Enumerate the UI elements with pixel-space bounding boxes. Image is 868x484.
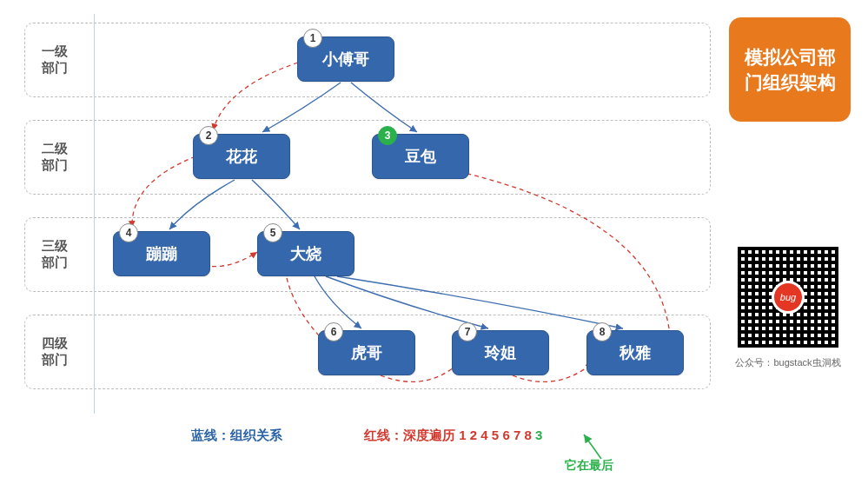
level-band-2 [24,120,711,195]
legend: 蓝线：组织关系 红线：深度遍历 1 2 4 5 6 7 8 3 [191,428,542,444]
node-8: 8 秋雅 [586,330,684,375]
node-label-1: 小傅哥 [322,49,369,70]
node-label-5: 大烧 [290,243,321,264]
footnote: 它在最后 [565,458,613,474]
node-badge-7: 7 [458,322,477,341]
node-badge-3: 3 [378,126,397,145]
legend-red-label: 红线： [364,428,403,442]
qr-block: 公众号：bugstack虫洞栈 [732,242,844,369]
node-4: 4 蹦蹦 [113,231,210,276]
level-label-3: 三级 部门 [42,238,80,271]
node-6: 6 虎哥 [318,330,415,375]
legend-red-text: 深度遍历 1 2 4 5 6 7 8 [403,428,535,442]
node-label-6: 虎哥 [351,342,382,363]
node-5: 5 大烧 [257,231,354,276]
node-label-4: 蹦蹦 [146,243,177,264]
level-label-4: 四级 部门 [42,335,80,368]
node-3: 3 豆包 [372,134,469,179]
node-label-2: 花花 [226,146,257,167]
node-label-8: 秋雅 [620,342,651,363]
node-2: 2 花花 [193,134,290,179]
legend-blue-label: 蓝线： [191,428,230,442]
qr-caption: 公众号：bugstack虫洞栈 [732,356,844,369]
node-badge-4: 4 [119,223,138,242]
node-badge-5: 5 [263,223,282,242]
title-card: 模拟公司部门组织架构 [729,17,851,122]
level-label-2: 二级 部门 [42,141,80,174]
node-7: 7 玲姐 [452,330,549,375]
node-label-3: 豆包 [405,146,436,167]
node-label-7: 玲姐 [485,342,516,363]
node-badge-8: 8 [593,322,612,341]
level-label-1: 一级 部门 [42,43,80,76]
legend-red-last: 3 [535,428,542,442]
node-1: 1 小傅哥 [297,36,394,82]
node-badge-1: 1 [303,29,322,48]
legend-blue-text: 组织关系 [230,428,282,442]
qr-code-icon [732,242,844,353]
node-badge-6: 6 [324,322,343,341]
node-badge-2: 2 [199,126,218,145]
vertical-divider [94,14,95,414]
legend-red: 红线：深度遍历 1 2 4 5 6 7 8 3 [364,428,542,442]
legend-blue: 蓝线：组织关系 [191,428,286,442]
